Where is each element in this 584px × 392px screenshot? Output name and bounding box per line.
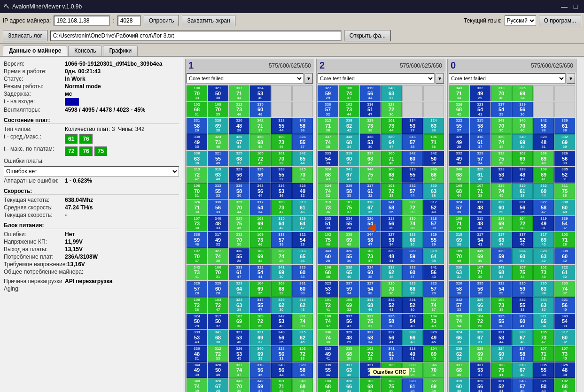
board-errors-select[interactable]: Ошибок нет: [4, 166, 179, 177]
port-input[interactable]: [117, 15, 141, 26]
capture-button[interactable]: Захватить экран: [182, 15, 235, 26]
chip: 3435746: [512, 378, 533, 392]
chip: 3226029: [491, 200, 512, 215]
chip: 3377437: [229, 362, 249, 378]
chip: 3246336: [423, 118, 444, 134]
chip: 3367438: [318, 330, 338, 346]
chip: 3205641: [470, 378, 491, 392]
chip-grid: 3437134332492931370463256934326684232354…: [448, 85, 576, 392]
chip: 3336147: [229, 265, 249, 281]
chip-row: 3186936317544131763473375240317694010371…: [449, 232, 575, 248]
chip: 3294945: [423, 330, 444, 346]
chip: 3174932: [208, 232, 228, 248]
chip: 3154830: [470, 216, 491, 232]
chip: 3265345: [229, 346, 249, 362]
chip: 3196340: [208, 167, 228, 183]
psu-voltage-value: 11,99V: [65, 238, 83, 245]
chip: 3196031: [339, 151, 359, 167]
cur-freq-value: 638.04Mhz: [65, 197, 93, 203]
chip-row: 1077330340483332575451086947315644232964…: [187, 216, 313, 232]
left-panel: Версия: 1066-50-19120301_d9f41bc_309b4ea…: [0, 57, 183, 392]
temp-max-label: t - макс. по платам:: [4, 146, 65, 152]
hw-errors-label: Аппаратные ошибки:: [4, 177, 65, 184]
miner-status-arrow-1[interactable]: ▼: [304, 73, 313, 84]
mode-label: Режим работы:: [4, 83, 65, 90]
chip: 3437030: [229, 378, 249, 392]
chip: 3296028: [208, 281, 228, 297]
psu-out-row: Выход на платы: 13,15V: [4, 246, 179, 253]
chip: 3365946: [187, 232, 207, 248]
status-row: Статус: In Work: [4, 76, 179, 82]
chip: 1017537: [339, 200, 359, 215]
chip: 3157445: [491, 183, 512, 199]
board-count-label: Количество плат:: [65, 126, 110, 132]
query-button[interactable]: Опросить: [144, 15, 179, 26]
chip: 1027229: [360, 346, 381, 362]
chip: 3395835: [339, 183, 359, 199]
chip: 3425032: [423, 151, 444, 167]
chip: 1017238: [381, 183, 402, 199]
title-bar: ⛏ AvalonMinerViewer v.1.0.9b — □: [0, 0, 584, 13]
lang-select[interactable]: Русский: [505, 15, 536, 26]
chip: 3394935: [187, 134, 207, 150]
miner-col-2: 2575/600/625/650Core test failed▼3275929…: [316, 59, 445, 392]
chip: 3356046: [250, 102, 271, 118]
chip: 3355231: [554, 167, 575, 183]
chip: 3406834: [339, 134, 359, 150]
tab-graphs[interactable]: Графики: [103, 46, 138, 56]
chip-row: 1097128315483031669451047238319493133954…: [449, 216, 575, 232]
miner-status-bar-0: Core test failed▼: [448, 72, 576, 85]
miner-status-select-2[interactable]: Core test failed: [318, 73, 435, 84]
chip: 3225537: [449, 118, 469, 134]
board-chips-label: Чипы:: [118, 126, 133, 132]
chip: 3406830: [449, 167, 469, 183]
chip-grid: 3275929108743731956443406337330573210273…: [317, 85, 445, 392]
board-errors-label: Ошибки платы:: [4, 158, 65, 164]
open-file-button[interactable]: Открыть фа...: [344, 30, 391, 41]
ip-input[interactable]: [54, 15, 110, 26]
chip: 3175434: [250, 200, 271, 215]
chip: [554, 102, 575, 118]
chip: 3416846: [360, 297, 381, 313]
chip: 3355538: [491, 314, 512, 330]
chip-row: 3386234329692832460343245833107712810773…: [449, 346, 575, 362]
chip: 3245735: [449, 200, 469, 215]
chip-row: 3247432339583531761321017238332574433563…: [318, 183, 444, 199]
chip-row: 3316845331533710875413166740335553832548…: [449, 362, 575, 378]
chip-row: 3304831312723332653453406939328563110372…: [187, 346, 313, 362]
log-path-input[interactable]: [50, 31, 342, 41]
chip: 3194931: [533, 216, 554, 232]
tab-miner-data[interactable]: Данные о майнере: [3, 46, 67, 56]
chip: 3437134: [449, 85, 469, 101]
chip: 3216937: [250, 330, 271, 346]
chip: 3396138: [554, 118, 575, 134]
chip: 3205428: [360, 216, 381, 232]
chip: 3375429: [491, 102, 512, 118]
chip-row: 1087033321503833771443345346: [187, 85, 313, 101]
chip: 3356830: [339, 346, 359, 362]
chip: 1067346: [271, 134, 292, 150]
chip: 3336037: [402, 265, 423, 281]
chip: 3246034: [491, 346, 512, 362]
miner-status-select-0[interactable]: Core test failed: [449, 73, 566, 84]
temp-in-row: t - на входе:: [4, 98, 179, 106]
maximize-button[interactable]: □: [571, 2, 580, 11]
chip-row: 3427341100703133361473225441341693032360…: [187, 265, 313, 281]
chip: 3386242: [339, 118, 359, 134]
log-button[interactable]: Записать лог: [3, 30, 47, 41]
miner-status-arrow-0[interactable]: ▼: [567, 73, 575, 84]
tab-console[interactable]: Консоль: [68, 46, 102, 56]
chip: 1007437: [318, 314, 338, 330]
chip: 1087033: [187, 85, 207, 101]
miner-status-arrow-2[interactable]: ▼: [436, 73, 444, 84]
chip: 3286938: [208, 118, 228, 134]
miner-status-select-1[interactable]: Core test failed: [187, 73, 304, 84]
chip: 3185544: [271, 118, 292, 134]
chip: 3225441: [250, 265, 271, 281]
about-button[interactable]: О програм...: [539, 15, 582, 26]
minimize-button[interactable]: —: [560, 2, 569, 11]
ip-label: IP адрес майнера:: [3, 17, 51, 24]
chip: 1097347: [271, 200, 292, 215]
psu-errors-label: Ошибки:: [4, 231, 65, 238]
chip: 3257044: [229, 200, 249, 215]
